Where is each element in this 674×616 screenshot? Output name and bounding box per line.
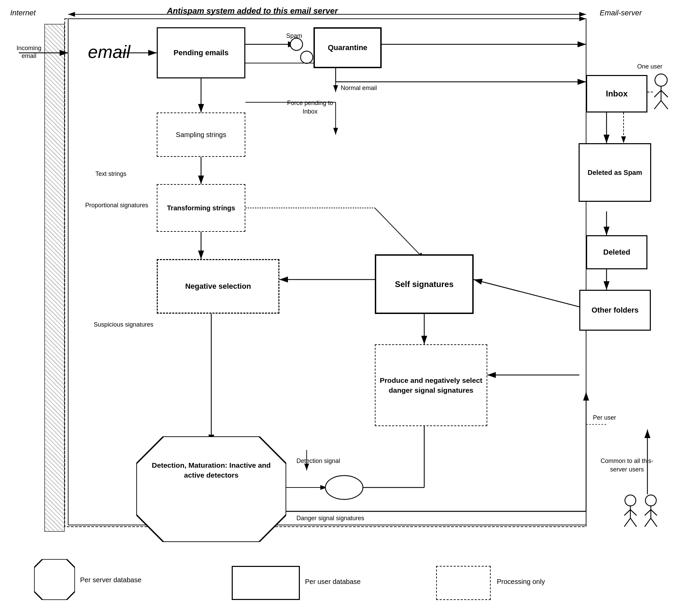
- antispam-label: Antispam system added to this email serv…: [167, 6, 338, 16]
- diagram-container: Internet Antispam system added to this e…: [0, 0, 674, 616]
- self-signatures-box: Self signatures: [375, 254, 474, 314]
- produce-negatively-box: Produce and negatively select danger sig…: [375, 344, 487, 426]
- pending-emails-box: Pending emails: [157, 27, 245, 78]
- svg-point-60: [645, 495, 656, 506]
- arrows-overlay: [0, 0, 674, 616]
- detection-signal-label: Detection signal: [296, 457, 340, 465]
- detection-label: Detection, Maturation: Inactive and acti…: [152, 461, 271, 479]
- common-to-all-label: Common to all this-server users: [593, 457, 661, 474]
- negative-selection-box: Negative selection: [157, 259, 279, 314]
- detection-octagon: Detection, Maturation: Inactive and acti…: [136, 436, 286, 542]
- text-strings-label: Text strings: [95, 170, 126, 178]
- one-user-label: One user: [637, 63, 662, 70]
- quarantine-box: Quarantine: [313, 27, 382, 68]
- legend-rectangle: [232, 566, 300, 600]
- legend-per-user-label: Per user database: [305, 578, 361, 586]
- email-server-label: Email-server: [600, 9, 642, 17]
- suspicious-sigs-label: Suspicious signatures: [94, 320, 153, 329]
- spam-label: Spam: [286, 32, 302, 40]
- legend-per-server-label: Per server database: [80, 576, 141, 584]
- other-folders-box: Other folders: [579, 290, 651, 331]
- transforming-strings-box: Transforming strings: [157, 184, 245, 232]
- svg-marker-66: [34, 559, 75, 600]
- deleted-as-spam-box: Deleted as Spam: [579, 143, 651, 202]
- svg-line-58: [624, 518, 630, 527]
- svg-point-47: [655, 74, 667, 86]
- svg-line-57: [630, 510, 637, 515]
- svg-line-18: [474, 280, 579, 307]
- svg-line-59: [630, 518, 637, 527]
- legend-dashed-rect: [436, 566, 491, 600]
- svg-line-62: [645, 510, 651, 515]
- email-label: email: [88, 42, 130, 62]
- legend-processing-label: Processing only: [497, 578, 545, 586]
- svg-line-49: [654, 90, 661, 97]
- normal-email-label: Normal email: [341, 85, 377, 92]
- user-figures-bottom: [620, 494, 674, 535]
- incoming-email-label: Incoming email: [10, 44, 48, 60]
- danger-signal-label: Danger signal signatures: [296, 515, 364, 522]
- svg-line-51: [654, 101, 661, 109]
- internet-label: Internet: [10, 9, 36, 17]
- svg-point-28: [325, 476, 363, 499]
- svg-line-50: [661, 90, 668, 97]
- svg-point-54: [625, 495, 636, 506]
- svg-point-42: [301, 51, 313, 63]
- svg-line-52: [661, 101, 668, 109]
- svg-line-65: [651, 518, 657, 527]
- user-figure-inbox: [651, 73, 671, 111]
- force-pending-label: Force pending to Inbox: [279, 99, 341, 116]
- svg-line-40: [375, 208, 424, 259]
- svg-line-56: [624, 510, 630, 515]
- svg-line-64: [645, 518, 651, 527]
- sampling-strings-box: Sampling strings: [157, 112, 245, 157]
- proportional-sigs-label: Proportional signatures: [85, 201, 148, 210]
- legend-octagon: [34, 559, 75, 600]
- svg-line-63: [651, 510, 657, 515]
- incoming-channel-bar: [44, 24, 65, 532]
- svg-point-41: [290, 38, 303, 50]
- per-user-label: Per user: [593, 414, 616, 421]
- inbox-box: Inbox: [586, 75, 647, 112]
- deleted-box: Deleted: [586, 235, 647, 269]
